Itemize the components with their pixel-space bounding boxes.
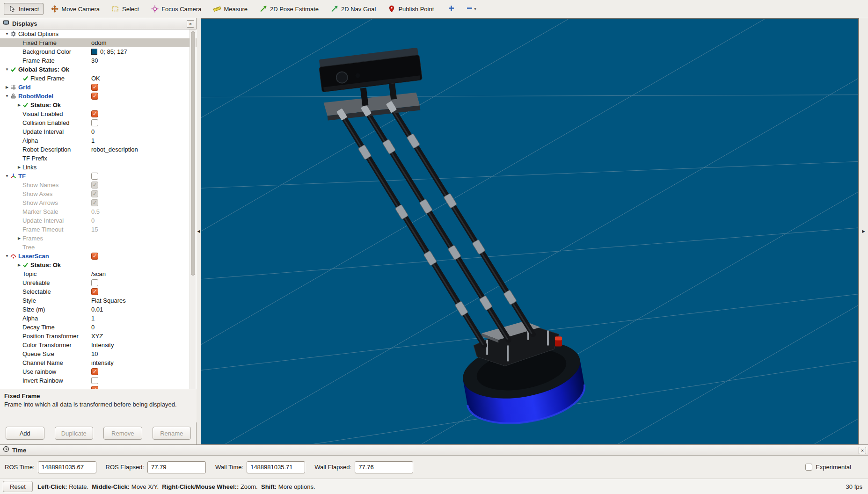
reset-button[interactable]: Reset bbox=[3, 481, 33, 492]
tree-row[interactable]: Collision Enabled bbox=[0, 118, 197, 127]
expander-open-icon[interactable]: ▼ bbox=[4, 32, 10, 36]
ros-elapsed-field[interactable]: 77.79 bbox=[147, 461, 206, 473]
tree-row[interactable]: Channel Nameintensity bbox=[0, 358, 197, 367]
expander-closed-icon[interactable]: ▶ bbox=[16, 263, 22, 267]
scrollbar-thumb[interactable] bbox=[191, 31, 195, 276]
property-checkbox[interactable] bbox=[91, 199, 98, 206]
tool-focus-camera[interactable]: Focus Camera bbox=[146, 3, 206, 15]
tree-row[interactable]: Update Interval0 bbox=[0, 127, 197, 136]
tree-row[interactable]: ▶Status: Ok bbox=[0, 101, 197, 109]
property-checkbox[interactable] bbox=[91, 84, 98, 91]
tree-row[interactable]: ▶Links bbox=[0, 163, 197, 172]
tool-interact[interactable]: Interact bbox=[4, 3, 44, 15]
property-value[interactable]: intensity bbox=[91, 359, 114, 366]
tool-2d-nav-goal[interactable]: 2D Nav Goal bbox=[326, 3, 380, 15]
tree-row[interactable]: Use rainbow bbox=[0, 367, 197, 376]
tree-row[interactable]: Queue Size10 bbox=[0, 349, 197, 358]
tree-row[interactable]: ▶Grid bbox=[0, 83, 197, 92]
tree-row[interactable]: ▼LaserScan bbox=[0, 252, 197, 261]
panel-collapse-left[interactable]: ◀ bbox=[197, 18, 201, 444]
expander-open-icon[interactable]: ▼ bbox=[4, 94, 10, 98]
wall-elapsed-field[interactable]: 77.76 bbox=[355, 461, 413, 473]
tree-row[interactable]: TF Prefix bbox=[0, 154, 197, 163]
property-checkbox[interactable] bbox=[91, 110, 98, 117]
tree-row[interactable]: Update Interval0 bbox=[0, 216, 197, 225]
tree-row[interactable]: Marker Scale0.5 bbox=[0, 207, 197, 216]
property-value[interactable]: 1 bbox=[91, 137, 95, 144]
tree-row[interactable]: Selectable bbox=[0, 287, 197, 296]
tool-2d-pose-estimate[interactable]: 2D Pose Estimate bbox=[255, 3, 323, 15]
property-value[interactable]: /scan bbox=[91, 270, 106, 277]
property-value[interactable]: odom bbox=[91, 39, 107, 46]
tree-row[interactable]: ▼RobotModel bbox=[0, 92, 197, 101]
tool-move-camera[interactable]: Move Camera bbox=[46, 3, 104, 15]
close-icon[interactable]: × bbox=[187, 20, 194, 28]
expander-closed-icon[interactable]: ▶ bbox=[16, 103, 22, 107]
property-value[interactable]: XYZ bbox=[91, 333, 103, 340]
tree-row[interactable]: StyleFlat Squares bbox=[0, 296, 197, 305]
expander-closed-icon[interactable]: ▶ bbox=[16, 236, 22, 240]
duplicate-button[interactable]: Duplicate bbox=[55, 427, 94, 440]
property-value[interactable]: 1 bbox=[91, 315, 95, 322]
tree-row[interactable]: ▼Global Options bbox=[0, 29, 197, 38]
expander-closed-icon[interactable]: ▶ bbox=[4, 85, 10, 89]
property-value[interactable]: 0; 85; 127 bbox=[100, 48, 127, 55]
tree-row[interactable] bbox=[0, 385, 197, 389]
expander-open-icon[interactable]: ▼ bbox=[4, 174, 10, 178]
tree-row[interactable]: Unreliable bbox=[0, 278, 197, 287]
color-swatch[interactable] bbox=[91, 49, 97, 55]
tree-row[interactable]: Decay Time0 bbox=[0, 323, 197, 332]
property-value[interactable]: 0 bbox=[91, 324, 95, 331]
property-checkbox[interactable] bbox=[91, 190, 98, 197]
ros-time-field[interactable]: 1488981035.67 bbox=[38, 461, 96, 473]
property-checkbox[interactable] bbox=[91, 119, 98, 126]
add-tool-button[interactable] bbox=[446, 3, 457, 15]
tree-row[interactable]: Frame Timeout15 bbox=[0, 225, 197, 234]
property-value[interactable]: 0.5 bbox=[91, 208, 100, 215]
property-checkbox[interactable] bbox=[91, 377, 98, 384]
property-checkbox[interactable] bbox=[91, 182, 98, 189]
tree-row[interactable]: Fixed Frameodom bbox=[0, 38, 197, 47]
property-value[interactable]: 0 bbox=[91, 217, 95, 224]
tree-row[interactable]: Tree bbox=[0, 243, 197, 252]
expander-open-icon[interactable]: ▼ bbox=[4, 254, 10, 258]
expander-closed-icon[interactable]: ▶ bbox=[16, 165, 22, 169]
property-value[interactable]: 0.01 bbox=[91, 306, 103, 313]
wall-time-field[interactable]: 1488981035.71 bbox=[247, 461, 305, 473]
tree-row[interactable]: Show Names bbox=[0, 181, 197, 189]
add-button[interactable]: Add bbox=[6, 427, 44, 440]
tool-publish-point[interactable]: Publish Point bbox=[383, 3, 438, 15]
property-checkbox[interactable] bbox=[91, 253, 98, 260]
3d-viewport[interactable] bbox=[201, 18, 859, 444]
tree-row[interactable]: Fixed FrameOK bbox=[0, 74, 197, 83]
property-checkbox[interactable] bbox=[91, 288, 98, 295]
tree-row[interactable]: Alpha1 bbox=[0, 314, 197, 323]
property-checkbox[interactable] bbox=[91, 173, 98, 180]
tool-measure[interactable]: Measure bbox=[209, 3, 252, 15]
rename-button[interactable]: Rename bbox=[153, 427, 191, 440]
property-checkbox[interactable] bbox=[91, 279, 98, 286]
tree-row[interactable]: ▶Frames bbox=[0, 234, 197, 243]
tree-row[interactable]: ▼Global Status: Ok bbox=[0, 65, 197, 74]
property-value[interactable]: robot_description bbox=[91, 146, 138, 153]
tree-row[interactable]: ▼TF bbox=[0, 172, 197, 181]
property-checkbox[interactable] bbox=[91, 368, 98, 375]
tree-row[interactable]: Show Arrows bbox=[0, 198, 197, 207]
property-value[interactable]: Flat Squares bbox=[91, 297, 126, 304]
tree-row[interactable]: Background Color0; 85; 127 bbox=[0, 47, 197, 56]
tree-row[interactable]: Alpha1 bbox=[0, 136, 197, 145]
tree-row[interactable]: Show Axes bbox=[0, 189, 197, 198]
property-checkbox[interactable] bbox=[91, 93, 98, 100]
property-value[interactable]: 15 bbox=[91, 226, 98, 233]
close-icon[interactable]: × bbox=[859, 447, 866, 454]
property-value[interactable]: OK bbox=[91, 75, 100, 82]
tree-scrollbar[interactable] bbox=[190, 29, 196, 389]
property-value[interactable]: 30 bbox=[91, 57, 98, 64]
tree-row[interactable]: Visual Enabled bbox=[0, 109, 197, 118]
tree-row[interactable]: ▶Status: Ok bbox=[0, 261, 197, 269]
tree-row[interactable]: Position TransformerXYZ bbox=[0, 332, 197, 341]
tree-row[interactable]: Color TransformerIntensity bbox=[0, 341, 197, 349]
remove-tool-button[interactable]: ▾ bbox=[464, 3, 478, 15]
panel-collapse-right[interactable]: ▶ bbox=[859, 18, 868, 444]
tree-row[interactable]: Size (m)0.01 bbox=[0, 305, 197, 314]
